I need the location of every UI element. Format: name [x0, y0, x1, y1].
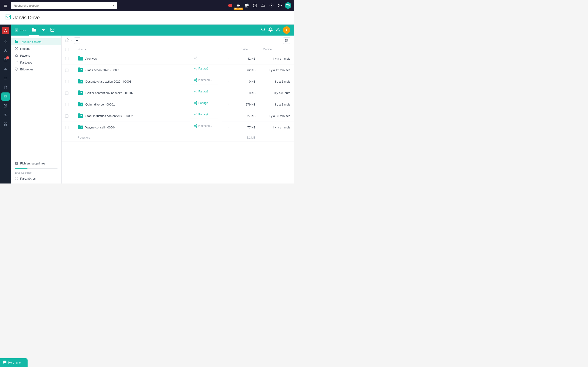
gift-icon[interactable]	[243, 2, 250, 9]
clock-icon[interactable]	[277, 2, 283, 9]
row-checkbox-cell	[61, 87, 74, 99]
svg-rect-52	[285, 41, 286, 42]
sidebar-item-document[interactable]	[1, 83, 10, 92]
file-modified-cell: il y a un mois	[259, 53, 294, 65]
user-avatar[interactable]: TS	[285, 2, 291, 9]
header-name[interactable]: Nom ▲	[74, 46, 190, 53]
drive-avatar[interactable]: T	[283, 26, 290, 34]
row-checkbox[interactable]	[65, 80, 69, 83]
svg-line-73	[195, 91, 196, 91]
sidebar-item-analytics[interactable]	[1, 111, 10, 119]
svg-line-67	[195, 80, 196, 81]
drive-bell-icon[interactable]	[268, 27, 273, 33]
row-checkbox[interactable]	[65, 126, 69, 129]
sidebar-favorites[interactable]: Favoris	[11, 52, 61, 59]
app-logo[interactable]: A	[1, 26, 10, 35]
sidebar-item-mail[interactable]: 29	[1, 56, 10, 64]
row-checkbox[interactable]	[65, 115, 69, 118]
row-checkbox[interactable]	[65, 57, 69, 60]
sidebar-item-calendar[interactable]	[1, 74, 10, 82]
more-button[interactable]: ···	[226, 102, 232, 107]
file-name: Dosanto class action 2020 - 00003	[86, 80, 131, 83]
svg-point-76	[196, 103, 197, 104]
select-all-checkbox[interactable]	[65, 48, 69, 51]
sidebar-trash[interactable]: Fichiers supprimés	[11, 160, 61, 167]
sidebar-labels-label: Étiquettes	[20, 68, 34, 71]
sidebar-shares[interactable]: Partages	[11, 59, 61, 66]
help-icon[interactable]	[252, 2, 258, 9]
row-checkbox[interactable]	[65, 92, 69, 95]
menu-icon[interactable]: ☰	[3, 2, 8, 9]
plus-icon[interactable]	[268, 2, 275, 9]
sidebar-item-chart[interactable]	[1, 65, 10, 73]
file-share-cell: iamthehul..	[190, 76, 218, 84]
table-row[interactable]: Archives ··· 41 KB il y a un mois	[61, 53, 294, 65]
row-checkbox-cell	[61, 99, 74, 110]
sidebar-all-files-label: Tous les fichiers	[20, 40, 41, 44]
more-button[interactable]: ···	[226, 56, 232, 61]
svg-point-59	[196, 67, 197, 68]
drive-tab-image[interactable]	[48, 25, 57, 35]
drive-search-icon[interactable]	[261, 27, 266, 33]
row-checkbox[interactable]	[65, 103, 69, 106]
alert-icon[interactable]: !	[227, 2, 233, 9]
file-name-cell: Wayne conseil - 00004	[74, 122, 190, 133]
header-modified[interactable]: Modifié	[259, 46, 294, 53]
file-size-cell: 0 KB	[238, 87, 259, 99]
svg-point-37	[52, 29, 52, 29]
sidebar-item-users[interactable]	[1, 47, 10, 55]
svg-rect-53	[287, 41, 288, 42]
video-icon[interactable]: Nouveau	[235, 2, 242, 9]
table-row[interactable]: Stark industries contentieux - 00002 Par…	[61, 110, 294, 122]
svg-marker-35	[42, 28, 45, 32]
table-row[interactable]: Galtier contentieux bancaire - 00007 Par…	[61, 87, 294, 99]
sidebar-recent[interactable]: Récent	[11, 45, 61, 52]
footer-size: 1.1 MB	[238, 133, 259, 142]
svg-rect-29	[4, 124, 5, 125]
sidebar-item-drive[interactable]	[1, 92, 10, 101]
folder-icon	[78, 113, 84, 119]
more-button[interactable]: ···	[226, 79, 232, 84]
sidebar-labels[interactable]: Étiquettes	[11, 66, 61, 73]
more-button[interactable]: ···	[226, 68, 232, 73]
row-checkbox[interactable]	[65, 69, 69, 72]
table-row[interactable]: Dosanto class action 2020 - 00003 iamthe…	[61, 76, 294, 87]
file-name: Galtier contentieux bancaire - 00007	[86, 91, 134, 95]
svg-rect-16	[4, 42, 5, 43]
header-size[interactable]: Taille	[238, 46, 259, 53]
sidebar-all-files[interactable]: Tous les fichiers	[11, 38, 61, 45]
file-modified-cell: il y a 2 mois	[259, 99, 294, 110]
svg-text:drive: drive	[23, 30, 26, 31]
drive-tab-lightning[interactable]	[39, 25, 48, 35]
footer-row: 7 dossiers 1.1 MB	[61, 133, 294, 142]
sidebar-item-edit[interactable]	[1, 102, 10, 110]
file-name-cell: Quinn divorce - 00001	[74, 99, 190, 110]
bell-icon[interactable]	[260, 2, 267, 9]
table-row[interactable]: Wayne conseil - 00004 iamthehul.. ··· 77…	[61, 122, 294, 133]
more-button[interactable]: ···	[226, 114, 232, 119]
svg-point-71	[196, 92, 197, 93]
more-button[interactable]: ···	[226, 125, 232, 130]
svg-rect-15	[6, 40, 7, 41]
file-share-cell: Partagé	[190, 110, 218, 119]
more-button[interactable]: ···	[226, 91, 232, 96]
svg-point-45	[17, 63, 18, 64]
search-input[interactable]	[11, 2, 117, 9]
file-name: Stark industries contentieux - 00002	[86, 114, 133, 118]
sidebar-item-grid[interactable]	[1, 120, 10, 128]
svg-line-83	[195, 114, 196, 114]
sidebar-settings[interactable]: Paramètres	[11, 175, 61, 182]
sidebar-item-dashboard[interactable]	[1, 37, 10, 46]
storage-bar-bg	[15, 168, 58, 169]
table-row[interactable]: Quinn divorce - 00001 Partagé ··· 279 KB…	[61, 99, 294, 110]
file-share-cell: iamthehul..	[190, 122, 218, 130]
drive-user-icon[interactable]	[276, 27, 280, 33]
drive-subnav-tabs	[29, 25, 57, 35]
view-toggle-button[interactable]	[283, 37, 290, 44]
drive-tab-folder[interactable]	[29, 25, 39, 35]
table-row[interactable]: Class action 2020 - 00005 Partagé ··· 36…	[61, 65, 294, 76]
storage-bar	[11, 167, 61, 170]
svg-line-87	[195, 126, 196, 127]
add-button[interactable]: +	[74, 37, 80, 44]
breadcrumb-home-icon[interactable]	[65, 38, 69, 43]
